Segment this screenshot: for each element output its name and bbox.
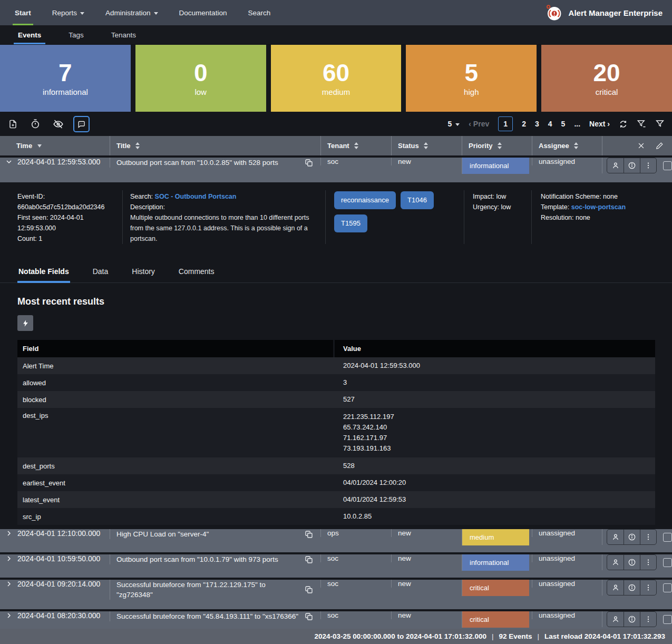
search-link[interactable]: SOC - Outbound Portscan [155,193,237,200]
more-button[interactable] [640,555,656,570]
event-tenant: soc [327,611,338,619]
create-event-button[interactable] [5,116,20,131]
nav-label: Documentation [179,9,227,17]
page-5-button[interactable]: 5 [561,120,566,128]
tab-tenants[interactable]: Tenants [104,25,143,44]
filter-button[interactable] [655,119,665,129]
assign-button[interactable] [607,555,624,570]
more-button[interactable] [640,158,656,173]
copy-icon[interactable] [304,585,314,594]
result-row: Alert Time 2024-04-01 12:59:53.000 [17,357,655,374]
prev-page-button[interactable]: ‹ Prev [469,120,489,128]
event-status: new [398,580,411,588]
ellipsis-vertical-icon [644,583,652,592]
column-header-status[interactable]: Status [391,136,462,155]
copy-icon[interactable] [304,530,314,539]
event-title: High CPU Load on "server-4" [116,529,304,539]
row-checkbox[interactable] [663,533,672,542]
row-checkbox[interactable] [663,583,672,592]
event-first-seen: First seen: 2024-04-01 12:59:53.000 [17,212,115,233]
chevron-right-icon[interactable] [5,611,13,620]
info-button[interactable] [624,580,640,595]
column-header-priority[interactable]: Priority [462,136,532,155]
tag-chip[interactable]: reconnaissance [334,191,396,209]
page-1-button[interactable]: 1 [498,116,513,131]
next-page-button[interactable]: Next › [589,120,610,128]
timer-button[interactable] [28,116,43,131]
tab-tags[interactable]: Tags [61,25,91,44]
copy-icon[interactable] [304,612,314,621]
hide-button[interactable] [51,116,65,131]
more-button[interactable] [640,530,656,544]
chevron-down-icon[interactable] [5,158,13,166]
row-checkbox[interactable] [663,161,672,170]
column-header-time[interactable]: Time [0,136,110,155]
nav-item-start[interactable]: Start [7,0,38,25]
event-assignee: unassigned [539,580,575,588]
row-actions [607,158,657,173]
nav-item-administration[interactable]: Administration [98,0,165,25]
column-header-tenant[interactable]: Tenant [320,136,391,155]
page-4-button[interactable]: 4 [548,120,552,128]
run-search-button[interactable] [17,315,33,331]
chevron-right-icon[interactable] [5,554,13,563]
tab-notable-fields[interactable]: Notable Fields [17,267,70,282]
tab-history[interactable]: History [131,267,156,282]
copy-icon[interactable] [304,555,314,564]
field-value: 10.0.2.85 [335,508,655,525]
card-medium: 60 medium [271,45,402,112]
app-title: Alert Manager Enterprise [569,8,663,17]
filter-remove-icon [637,119,646,129]
column-header-assignee[interactable]: Assignee [532,136,602,155]
tab-comments[interactable]: Comments [178,267,216,282]
comments-toggle-button[interactable] [73,116,90,132]
assign-button[interactable] [607,612,624,627]
page-size-select[interactable]: 5 [448,120,460,128]
file-plus-icon [8,119,18,129]
field-value: 04/01/2024 12:59:53 [335,491,655,508]
nav-item-search[interactable]: Search [240,0,278,25]
field-value: 2024-04-01 12:59:53.000 [335,357,655,374]
more-button[interactable] [640,612,656,627]
results-table: Field Value Alert Time 2024-04-01 12:59:… [17,340,655,525]
separator: | [492,632,494,640]
nav-item-reports[interactable]: Reports [45,0,92,25]
chevron-right-icon[interactable] [5,580,13,588]
chevron-right-icon[interactable] [5,529,13,538]
tag-chip[interactable]: T1595 [334,214,367,232]
row-checkbox[interactable] [663,558,672,567]
clear-filter-button[interactable] [637,119,646,129]
field-value: 04/01/2024 12:00:20 [335,474,655,491]
assign-button[interactable] [607,530,624,544]
assign-button[interactable] [607,580,624,595]
info-button[interactable] [624,530,640,544]
info-button[interactable] [624,555,640,570]
tab-events[interactable]: Events [11,25,48,44]
edit-icon[interactable] [656,142,664,150]
column-label: Time [16,142,32,150]
refresh-button[interactable] [619,120,628,129]
assign-button[interactable] [607,158,624,173]
template-link[interactable]: soc-low-portscan [571,203,626,211]
field-value: 527 [335,391,655,408]
event-row[interactable]: 2024-04-01 12:59:53.000 Outbound port sc… [0,158,672,182]
more-button[interactable] [640,580,656,595]
field-name: allowed [17,374,335,391]
copy-icon[interactable] [304,158,314,168]
close-icon[interactable] [637,142,645,150]
info-button[interactable] [624,612,640,627]
event-row[interactable]: 2024-04-01 10:59:50.000 Outbound port sc… [0,554,672,578]
info-button[interactable] [624,158,640,173]
event-row[interactable]: 2024-04-01 09:20:14.000 Successful brute… [0,580,672,609]
sort-icon [135,142,140,149]
page-3-button[interactable]: 3 [535,120,539,128]
row-actions [607,611,657,627]
page-2-button[interactable]: 2 [522,120,526,128]
tag-chip[interactable]: T1046 [401,191,434,209]
nav-item-documentation[interactable]: Documentation [172,0,235,25]
event-row[interactable]: 2024-04-01 12:10:00.000 High CPU Load on… [0,529,672,552]
row-checkbox[interactable] [663,615,672,624]
event-assignee: unassigned [539,529,575,537]
tab-data[interactable]: Data [92,267,110,282]
column-header-title[interactable]: Title [110,136,320,155]
